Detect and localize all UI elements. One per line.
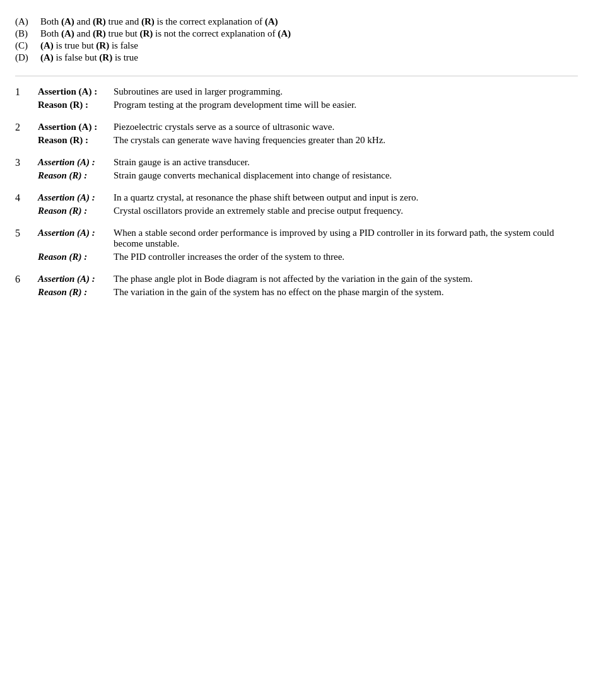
questions-section: 1Assertion (A) :Subroutines are used in … xyxy=(15,86,578,298)
question-content: Assertion (A) :In a quartz crystal, at r… xyxy=(38,192,578,216)
question-block-5: 5Assertion (A) :When a stable second ord… xyxy=(15,228,578,262)
reason-label: Reason (R) : xyxy=(38,170,114,181)
assertion-row: Assertion (A) :Piezoelectric crystals se… xyxy=(38,122,578,132)
option-row-b: (B)Both (A) and (R) true but (R) is not … xyxy=(15,28,578,39)
question-content: Assertion (A) :Piezoelectric crystals se… xyxy=(38,122,578,146)
reason-text: Strain gauge converts mechanical displac… xyxy=(114,170,578,181)
reason-text: The PID controller increases the order o… xyxy=(114,252,578,262)
reason-row: Reason (R) :Strain gauge converts mechan… xyxy=(38,170,578,181)
question-number: 4 xyxy=(15,192,38,204)
option-text: (A) is true but (R) is false xyxy=(40,40,578,51)
reason-label: Reason (R) : xyxy=(38,287,114,298)
option-row-d: (D)(A) is false but (R) is true xyxy=(15,52,578,63)
option-label: (C) xyxy=(15,40,40,51)
option-text: (A) is false but (R) is true xyxy=(40,52,578,63)
reason-label: Reason (R) : xyxy=(38,100,114,110)
question-number: 3 xyxy=(15,157,38,168)
reason-row: Reason (R) :Crystal oscillators provide … xyxy=(38,206,578,216)
question-block-1: 1Assertion (A) :Subroutines are used in … xyxy=(15,86,578,110)
assertion-text: When a stable second order performance i… xyxy=(114,228,578,249)
assertion-label: Assertion (A) : xyxy=(38,86,114,97)
option-row-a: (A)Both (A) and (R) true and (R) is the … xyxy=(15,16,578,27)
page-container: (A)Both (A) and (R) true and (R) is the … xyxy=(15,16,578,298)
assertion-label: Assertion (A) : xyxy=(38,228,114,238)
assertion-row: Assertion (A) :In a quartz crystal, at r… xyxy=(38,192,578,203)
reason-row: Reason (R) :Program testing at the progr… xyxy=(38,100,578,110)
option-text: Both (A) and (R) true and (R) is the cor… xyxy=(40,16,578,27)
question-number: 6 xyxy=(15,274,38,285)
reason-text: Program testing at the program developme… xyxy=(114,100,578,110)
question-number: 1 xyxy=(15,86,38,98)
assertion-row: Assertion (A) :Strain gauge is an active… xyxy=(38,157,578,168)
assertion-label: Assertion (A) : xyxy=(38,122,114,132)
question-block-2: 2Assertion (A) :Piezoelectric crystals s… xyxy=(15,122,578,146)
assertion-label: Assertion (A) : xyxy=(38,274,114,284)
assertion-text: In a quartz crystal, at resonance the ph… xyxy=(114,192,578,203)
reason-row: Reason (R) :The PID controller increases… xyxy=(38,252,578,262)
option-label: (B) xyxy=(15,28,40,39)
assertion-label: Assertion (A) : xyxy=(38,192,114,203)
question-block-4: 4Assertion (A) :In a quartz crystal, at … xyxy=(15,192,578,216)
reason-row: Reason (R) :The variation in the gain of… xyxy=(38,287,578,298)
reason-label: Reason (R) : xyxy=(38,252,114,262)
option-label: (A) xyxy=(15,16,40,27)
reason-text: The crystals can generate wave having fr… xyxy=(114,135,578,146)
question-content: Assertion (A) :Subroutines are used in l… xyxy=(38,86,578,110)
reason-label: Reason (R) : xyxy=(38,206,114,216)
option-row-c: (C)(A) is true but (R) is false xyxy=(15,40,578,51)
assertion-text: Subroutines are used in larger programmi… xyxy=(114,86,578,97)
reason-text: Crystal oscillators provide an extremely… xyxy=(114,206,578,216)
assertion-text: Strain gauge is an active transducer. xyxy=(114,157,578,168)
assertion-text: Piezoelectric crystals serve as a source… xyxy=(114,122,578,132)
question-number: 2 xyxy=(15,122,38,133)
assertion-row: Assertion (A) :The phase angle plot in B… xyxy=(38,274,578,284)
section-divider xyxy=(15,76,578,76)
question-content: Assertion (A) :Strain gauge is an active… xyxy=(38,157,578,181)
option-label: (D) xyxy=(15,52,40,63)
reason-text: The variation in the gain of the system … xyxy=(114,287,578,298)
reason-row: Reason (R) :The crystals can generate wa… xyxy=(38,135,578,146)
options-section: (A)Both (A) and (R) true and (R) is the … xyxy=(15,16,578,63)
assertion-label: Assertion (A) : xyxy=(38,157,114,168)
option-text: Both (A) and (R) true but (R) is not the… xyxy=(40,28,578,39)
question-number: 5 xyxy=(15,228,38,239)
question-block-3: 3Assertion (A) :Strain gauge is an activ… xyxy=(15,157,578,181)
question-content: Assertion (A) :When a stable second orde… xyxy=(38,228,578,262)
question-content: Assertion (A) :The phase angle plot in B… xyxy=(38,274,578,298)
question-block-6: 6Assertion (A) :The phase angle plot in … xyxy=(15,274,578,298)
assertion-row: Assertion (A) :Subroutines are used in l… xyxy=(38,86,578,97)
reason-label: Reason (R) : xyxy=(38,135,114,146)
assertion-text: The phase angle plot in Bode diagram is … xyxy=(114,274,578,284)
assertion-row: Assertion (A) :When a stable second orde… xyxy=(38,228,578,249)
